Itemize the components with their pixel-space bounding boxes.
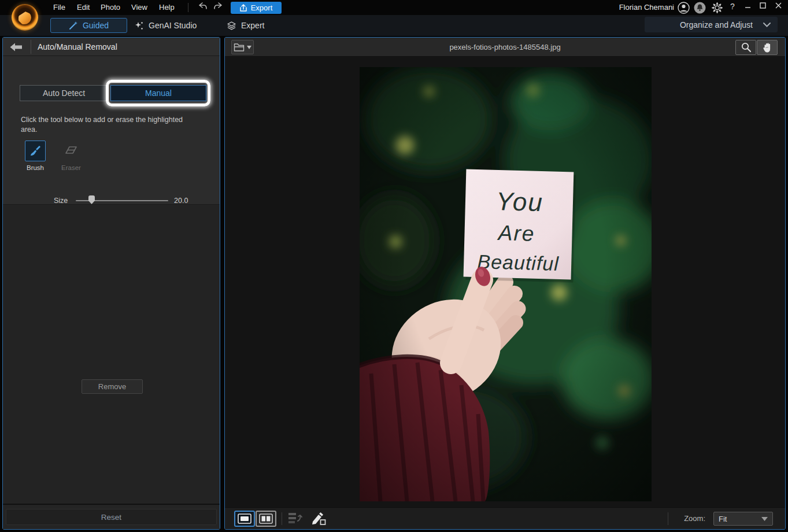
tab-guided-label: Guided — [83, 21, 109, 30]
photo-canvas[interactable]: You Are Beautiful — [360, 67, 652, 501]
eraser-icon — [65, 145, 77, 157]
photodirector-window: File Edit Photo View Help Export Florian… — [0, 0, 788, 532]
eraser-tool-label: Eraser — [56, 164, 86, 171]
zoom-label: Zoom: — [684, 508, 705, 530]
manual-button[interactable]: Manual — [110, 85, 206, 101]
guided-edit-panel: Auto/Manual Removal Auto Detect Manual C… — [2, 37, 220, 530]
layers-icon — [227, 21, 236, 31]
hand-icon — [763, 42, 772, 53]
avatar-icon — [678, 2, 690, 14]
split-view-button[interactable] — [256, 511, 276, 527]
help-button[interactable]: ? — [726, 0, 739, 14]
adjustment-list-icon — [287, 512, 305, 526]
titlebar: File Edit Photo View Help Export Florian… — [0, 0, 788, 15]
split-view-icon — [259, 513, 273, 524]
pencil-icon — [310, 511, 327, 526]
tab-genai-studio[interactable]: GenAI Studio — [134, 18, 197, 33]
removal-action-section: Remove — [3, 204, 220, 504]
account-button[interactable] — [678, 2, 690, 14]
undo-button[interactable] — [195, 1, 209, 14]
photo-work-area[interactable]: You Are Beautiful — [225, 57, 785, 508]
redo-button[interactable] — [212, 1, 225, 14]
back-button[interactable] — [5, 39, 27, 54]
sparkles-icon — [134, 21, 144, 31]
canvas-panel: pexels-fotios-photos-1485548.jpg — [224, 37, 786, 530]
workspace-dropdown-value: Organize and Adjust — [680, 20, 753, 29]
divider — [668, 512, 668, 525]
tab-guided[interactable]: Guided — [50, 18, 127, 33]
divider — [282, 512, 282, 525]
dropdown-arrow-icon — [761, 517, 768, 521]
undo-icon — [197, 2, 208, 10]
menu-edit[interactable]: Edit — [73, 0, 93, 15]
export-icon — [240, 4, 247, 12]
size-label: Size — [54, 197, 68, 205]
zoom-tool-button[interactable] — [735, 40, 756, 55]
app-logo — [12, 4, 38, 31]
minimize-icon — [745, 2, 751, 9]
magic-wand-icon — [69, 21, 78, 30]
close-button[interactable] — [771, 0, 785, 14]
settings-button[interactable] — [711, 2, 723, 14]
instruction-text: Click the tool below to add or erase the… — [21, 115, 194, 135]
eraser-tool-button[interactable] — [61, 141, 82, 161]
brush-tool-label: Brush — [20, 164, 50, 171]
zoom-level-value: Fit — [719, 515, 727, 523]
redo-icon — [213, 2, 224, 10]
canvas-toolbar: Zoom: Fit — [225, 507, 785, 529]
divider — [31, 40, 31, 54]
tab-expert[interactable]: Expert — [227, 18, 264, 33]
panel-footer: Reset — [3, 504, 220, 529]
caret-down-icon — [247, 46, 251, 49]
menu-view[interactable]: View — [128, 0, 151, 15]
tab-expert-label: Expert — [241, 21, 264, 30]
chevron-down-icon — [763, 23, 771, 27]
workspace-dropdown[interactable]: Organize and Adjust — [645, 17, 778, 32]
back-arrow-icon — [10, 43, 23, 51]
mode-tabbar: Guided GenAI Studio Expert Organize and … — [0, 15, 788, 36]
browse-folder-button[interactable] — [231, 40, 254, 54]
panel-header: Auto/Manual Removal — [3, 38, 220, 56]
brush-icon — [29, 145, 41, 157]
close-icon — [775, 2, 782, 9]
folder-icon — [234, 43, 245, 52]
export-label: Export — [251, 3, 273, 12]
minimize-button[interactable] — [741, 0, 754, 14]
edit-mask-button[interactable] — [310, 511, 327, 529]
maximize-button[interactable] — [756, 0, 769, 14]
logo-swoosh — [19, 12, 31, 24]
pan-tool-button[interactable] — [757, 40, 778, 55]
bell-icon — [694, 2, 706, 14]
auto-detect-button[interactable]: Auto Detect — [20, 85, 108, 101]
single-view-button[interactable] — [234, 511, 255, 527]
export-button[interactable]: Export — [231, 2, 282, 14]
adjustment-history-button — [287, 512, 305, 528]
reset-button[interactable]: Reset — [6, 509, 217, 525]
notifications-button[interactable] — [694, 2, 706, 14]
menu-file[interactable]: File — [50, 0, 69, 15]
brush-tool-button[interactable] — [25, 141, 46, 161]
canvas-header: pexels-fotios-photos-1485548.jpg — [225, 38, 785, 57]
slider-thumb[interactable] — [88, 195, 95, 204]
remove-button[interactable]: Remove — [82, 379, 143, 394]
size-value: 20.0 — [174, 197, 197, 205]
user-name[interactable]: Florian Chemani — [619, 0, 674, 15]
photo-filename: pexels-fotios-photos-1485548.jpg — [225, 38, 785, 57]
removal-settings-section: Auto Detect Manual Click the tool below … — [3, 56, 220, 204]
gear-icon — [711, 2, 723, 14]
menu-photo[interactable]: Photo — [97, 0, 124, 15]
maximize-icon — [760, 2, 766, 9]
photo-image: You Are Beautiful — [360, 67, 652, 501]
panel-title: Auto/Manual Removal — [38, 38, 117, 56]
single-view-icon — [238, 513, 251, 524]
divider — [188, 3, 188, 12]
menu-help[interactable]: Help — [156, 0, 178, 15]
tab-genai-label: GenAI Studio — [149, 21, 197, 30]
zoom-level-dropdown[interactable]: Fit — [713, 512, 773, 526]
magnifier-icon — [741, 42, 752, 53]
